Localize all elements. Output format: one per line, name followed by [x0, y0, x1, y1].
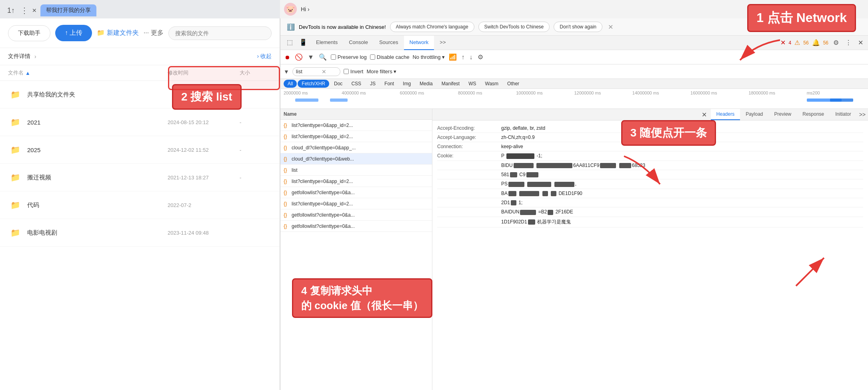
tab-more[interactable]: >>	[434, 36, 451, 50]
detail-tab-response[interactable]: Response	[797, 109, 830, 120]
tab-console[interactable]: Console	[343, 36, 374, 50]
disable-cache-checkbox[interactable]: Disable cache	[370, 54, 410, 60]
list-item[interactable]: {} list?clienttype=0&app_id=2...	[280, 120, 432, 131]
list-item[interactable]: 📁 搬迁视频 2021-12-13 18:27 -	[0, 164, 280, 191]
header-key: Accept-Language:	[437, 135, 501, 140]
active-browser-tab[interactable]: 帮我打开我的分享	[40, 4, 96, 16]
type-filter-fetch-xhr[interactable]: Fetch/XHR	[298, 80, 329, 88]
list-item[interactable]: 📁 电影电视剧 2023-11-24 09:48	[0, 219, 280, 247]
devtools-inspect-icon[interactable]: ⬚	[284, 36, 296, 50]
detail-tab-preview[interactable]: Preview	[769, 109, 797, 120]
detail-tab-headers[interactable]: Headers	[711, 109, 740, 120]
col-header-modified: 修改时间	[168, 69, 240, 76]
list-item[interactable]: {} list?clienttype=0&app_id=2...	[280, 131, 432, 142]
tl-label: 18000000 ms	[748, 90, 806, 95]
type-filter-font[interactable]: Font	[380, 80, 398, 88]
header-key	[437, 181, 501, 187]
throttle-dropdown[interactable]: No throttling ▾	[412, 54, 444, 60]
col-header-name: 文件名 ▲	[8, 69, 168, 76]
tab-sources[interactable]: Sources	[374, 36, 404, 50]
notif-btn-dismiss[interactable]: Don't show again	[554, 22, 602, 32]
list-item[interactable]: 📁 2021 2024-08-15 20:12 -	[0, 109, 280, 136]
type-filter-ws[interactable]: WS	[464, 80, 480, 88]
close-icon[interactable]: ✕	[31, 7, 38, 14]
tl-label: 10000000 ms	[516, 90, 574, 95]
folder-icon: 📁	[8, 87, 22, 102]
list-item[interactable]: 📁 代码 2022-07-2	[0, 191, 280, 219]
throttle-label: No throttling	[412, 54, 440, 60]
detail-tab-payload[interactable]: Payload	[740, 109, 768, 120]
list-item[interactable]: 📁 2025 2024-12-02 11:52 -	[0, 136, 280, 164]
devtools-close-icon[interactable]: ✕	[856, 39, 865, 46]
type-filter-wasm[interactable]: Wasm	[481, 80, 503, 88]
list-item[interactable]: 📁 共享给我的文件夹 -	[0, 81, 280, 109]
devtools-device-icon[interactable]: 📱	[296, 36, 310, 50]
more-button[interactable]: ··· 更多	[144, 29, 164, 37]
list-item[interactable]: {} getfollowlist?clienttype=0&a...	[280, 209, 432, 221]
list-item[interactable]: {} cloud_dl?clienttype=0&app_...	[280, 142, 432, 153]
wifi-icon[interactable]: 📶	[448, 52, 458, 62]
type-filter-other[interactable]: Other	[503, 80, 523, 88]
header-key	[437, 172, 501, 177]
invert-checkbox[interactable]: Invert	[344, 68, 364, 74]
more-filters-button[interactable]: More filters ▾	[366, 68, 396, 74]
filter-input[interactable]	[296, 68, 320, 74]
header-val: 581 C9	[501, 172, 863, 177]
type-filter-img[interactable]: Img	[399, 80, 415, 88]
file-date: 2023-11-24 09:48	[168, 230, 240, 236]
chevron-right-icon: ›	[34, 53, 36, 60]
filter-clear-button[interactable]: ✕	[322, 68, 326, 75]
detail-more-button[interactable]: >>	[857, 110, 868, 119]
upload-button[interactable]: ↑ 上传	[55, 25, 92, 41]
filter-icon[interactable]: ▼	[307, 53, 315, 62]
detail-tab-bar: ✕ Headers Payload Preview Response Initi…	[432, 109, 868, 121]
sort-icon[interactable]: ▲	[25, 70, 30, 76]
type-filter-all[interactable]: All	[284, 80, 297, 88]
preserve-log-checkbox[interactable]: Preserve log	[331, 54, 367, 60]
list-item[interactable]: {} list?clienttype=0&app_id=2...	[280, 198, 432, 209]
list-item[interactable]: {} getfollowlist?clienttype=0&a...	[280, 187, 432, 198]
list-item[interactable]: {} getfollowlist?clienttype=0&a...	[280, 221, 432, 232]
tl-label: 2000000 ms	[284, 90, 342, 95]
tl-label: 12000000 ms	[574, 90, 632, 95]
tab-network[interactable]: Network	[404, 36, 434, 50]
hi-label[interactable]: Hi ›	[301, 6, 310, 12]
invert-check[interactable]	[344, 69, 349, 74]
type-filter-manifest[interactable]: Manifest	[438, 80, 464, 88]
settings-icon[interactable]: ⚙	[832, 39, 840, 46]
list-item[interactable]: {} list?clienttype=0&app_id=2...	[280, 176, 432, 187]
download-helper-button[interactable]: 下载助手	[8, 25, 50, 41]
detail-close-button[interactable]: ✕	[698, 109, 711, 120]
detail-tab-initiator[interactable]: Initiator	[830, 109, 856, 120]
upload-icon[interactable]: ↑	[461, 53, 466, 62]
type-filter-doc[interactable]: Doc	[330, 80, 346, 88]
folder-icon: 📁	[8, 170, 22, 185]
download-icon[interactable]: ↓	[469, 53, 474, 62]
preserve-log-check[interactable]	[331, 54, 336, 60]
new-folder-button[interactable]: 📁 新建文件夹	[97, 29, 138, 37]
file-details-label: 文件详情	[8, 53, 30, 60]
record-button[interactable]: ⏺	[284, 53, 291, 61]
list-item[interactable]: {} cloud_dl?clienttype=0&web...	[280, 153, 432, 165]
devtools-menu-icon[interactable]: ⋮	[844, 39, 853, 46]
type-filter-js[interactable]: JS	[366, 80, 380, 88]
search-icon[interactable]: 🔍	[318, 52, 328, 62]
tab-menu-icon[interactable]: ⋮	[20, 6, 28, 15]
type-filter-css[interactable]: CSS	[347, 80, 365, 88]
cookie-row: BAIDUN =B2 2F16DE	[437, 207, 863, 217]
tl-label: 6000000 ms	[400, 90, 458, 95]
collapse-label[interactable]: › 收起	[257, 53, 272, 60]
folder-icon: 📁	[8, 115, 22, 129]
network-settings-icon[interactable]: ⚙	[477, 52, 484, 62]
notification-close-icon[interactable]: ✕	[608, 22, 613, 32]
file-list: 📁 共享给我的文件夹 - 📁 2021 2024-08-15 20:12 - 📁…	[0, 81, 280, 390]
search-input[interactable]	[168, 26, 272, 40]
notif-btn-switch[interactable]: Switch DevTools to Chinese	[478, 22, 550, 32]
list-item[interactable]: {} list	[280, 165, 432, 176]
disable-cache-check[interactable]	[370, 54, 375, 60]
notif-btn-language[interactable]: Always match Chrome's language	[390, 22, 474, 32]
type-filter-media[interactable]: Media	[416, 80, 437, 88]
notification-text: DevTools is now available in Chinese!	[299, 24, 386, 30]
tab-elements[interactable]: Elements	[310, 36, 343, 50]
clear-button[interactable]: 🚫	[294, 52, 304, 62]
